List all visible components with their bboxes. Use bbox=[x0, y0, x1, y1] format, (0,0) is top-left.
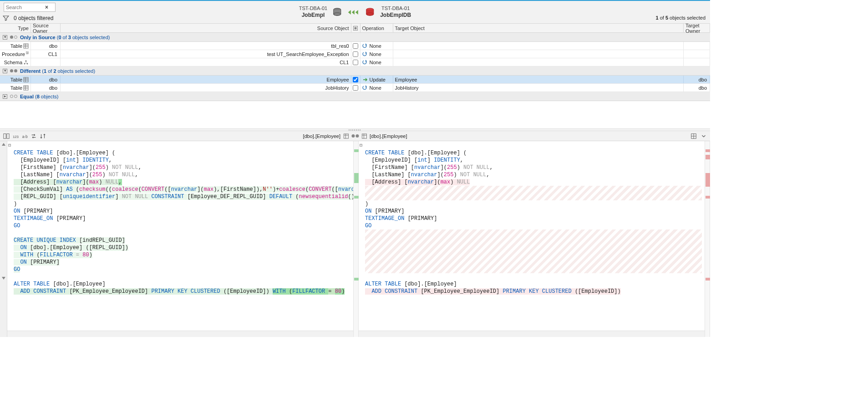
grid-view-icon[interactable] bbox=[690, 133, 697, 140]
whitespace-icon[interactable]: 123 bbox=[12, 133, 19, 140]
group-equal[interactable]: ▸ Equal (8 objects) bbox=[0, 92, 710, 101]
diff-mode-icon[interactable]: a·b bbox=[21, 133, 28, 140]
right-ddl-pane: ⊟CREATE TABLE [dbo].[Employee] ( [Employ… bbox=[359, 141, 705, 337]
cell-tobj bbox=[393, 50, 684, 58]
cell-tobj bbox=[393, 42, 684, 50]
toggle-panes-icon[interactable] bbox=[3, 133, 10, 140]
sync-direction-icon bbox=[347, 9, 360, 15]
cell-type: Schema bbox=[4, 60, 22, 65]
fold-icon[interactable]: ⊟ bbox=[8, 142, 11, 149]
skip-icon bbox=[362, 85, 368, 91]
target-database-icon bbox=[365, 7, 376, 18]
cell-op: Update bbox=[370, 77, 386, 82]
left-scrollbar[interactable] bbox=[7, 331, 353, 337]
left-ddl-code[interactable]: ⊟CREATE TABLE [dbo].[Employee] ( [Employ… bbox=[7, 141, 353, 331]
swap-icon[interactable] bbox=[30, 133, 37, 140]
table-row[interactable]: Table dbo JobHistory None JobHistory dbo bbox=[0, 84, 710, 92]
table-icon bbox=[23, 85, 29, 91]
row-checkbox[interactable] bbox=[353, 51, 358, 57]
svg-rect-25 bbox=[7, 133, 9, 138]
row-checkbox[interactable] bbox=[353, 60, 358, 65]
filter-bar: 0 objects filtered bbox=[3, 15, 53, 21]
diff-status-icon bbox=[351, 134, 359, 138]
cell-town: dbo bbox=[684, 76, 710, 83]
col-target-object[interactable]: Target Object bbox=[393, 24, 684, 32]
update-icon bbox=[362, 77, 368, 82]
target-connection: TST-DBA-01 JobEmplDB bbox=[380, 5, 411, 19]
svg-rect-16 bbox=[24, 77, 28, 82]
grid-header: Type Source Owner Source Object Operatio… bbox=[0, 24, 710, 33]
row-checkbox[interactable] bbox=[353, 77, 358, 82]
row-checkbox[interactable] bbox=[353, 43, 358, 49]
right-overview-ruler[interactable] bbox=[705, 141, 710, 337]
cell-sobj: CL1 bbox=[61, 58, 351, 66]
svg-text:a·b: a·b bbox=[22, 134, 28, 138]
cell-sobj: tbl_res0 bbox=[61, 42, 351, 50]
col-checkbox[interactable] bbox=[351, 24, 360, 32]
table-row[interactable]: Schema CL1 None bbox=[0, 58, 710, 66]
row-checkbox[interactable] bbox=[353, 85, 358, 91]
group-status-icon bbox=[10, 95, 17, 98]
rows-different: Table dbo Employee Update Employee dbo T… bbox=[0, 76, 710, 92]
left-object-label: [dbo].[Employee] bbox=[303, 133, 340, 139]
dropdown-icon[interactable] bbox=[700, 133, 707, 140]
source-database-icon bbox=[332, 7, 343, 18]
procedure-icon bbox=[26, 51, 29, 57]
table-row[interactable]: Table dbo Employee Update Employee dbo bbox=[0, 76, 710, 84]
svg-rect-20 bbox=[24, 86, 28, 90]
cell-type: Table bbox=[10, 85, 22, 91]
col-operation[interactable]: Operation bbox=[360, 24, 393, 32]
table-icon bbox=[343, 133, 349, 139]
cell-type: Table bbox=[10, 43, 22, 49]
group-label: Equal (8 objects) bbox=[20, 94, 58, 99]
right-scrollbar[interactable] bbox=[359, 331, 705, 337]
sort-icon[interactable] bbox=[39, 133, 46, 140]
svg-rect-12 bbox=[26, 53, 28, 53]
cell-op: None bbox=[370, 43, 381, 49]
col-type[interactable]: Type bbox=[0, 24, 31, 32]
table-icon bbox=[23, 43, 29, 49]
search-input[interactable] bbox=[6, 5, 45, 10]
col-source-owner[interactable]: Source Owner bbox=[31, 24, 61, 32]
collapse-toggle-icon[interactable]: ▾ bbox=[3, 69, 7, 73]
cell-type: Procedure bbox=[2, 51, 25, 57]
source-server: TST-DBA-01 bbox=[299, 5, 327, 12]
selection-summary: 1 of 5 objects selected bbox=[656, 15, 706, 20]
svg-rect-6 bbox=[24, 44, 28, 48]
col-source-object[interactable]: Source Object bbox=[61, 24, 351, 32]
fold-icon[interactable]: ⊟ bbox=[360, 142, 362, 149]
target-server: TST-DBA-01 bbox=[381, 5, 410, 12]
connection-header: TST-DBA-01 JobEmpl TST-DBA-01 JobEmplDB bbox=[299, 5, 411, 19]
collapse-toggle-icon[interactable]: ▸ bbox=[3, 94, 7, 99]
table-row[interactable]: Procedure CL1 test UT_SearchEmployee_Exc… bbox=[0, 50, 710, 58]
left-overview-ruler[interactable] bbox=[353, 141, 359, 337]
cell-tobj bbox=[393, 58, 684, 66]
col-target-owner[interactable]: Target Owner bbox=[684, 24, 710, 32]
cell-sobj: Employee bbox=[61, 76, 351, 83]
cell-town bbox=[684, 50, 710, 58]
svg-rect-10 bbox=[26, 51, 28, 54]
table-row[interactable]: Table dbo tbl_res0 None bbox=[0, 42, 710, 50]
cell-town bbox=[684, 42, 710, 50]
filter-icon[interactable] bbox=[3, 15, 9, 21]
source-connection: TST-DBA-01 JobEmpl bbox=[299, 5, 327, 19]
table-icon bbox=[23, 77, 29, 82]
right-ddl-code[interactable]: ⊟CREATE TABLE [dbo].[Employee] ( [Employ… bbox=[359, 141, 705, 331]
cell-sown: dbo bbox=[31, 84, 61, 92]
group-different[interactable]: ▾ Different (1 of 2 objects selected) bbox=[0, 66, 710, 76]
cell-op: None bbox=[370, 51, 381, 57]
collapse-toggle-icon[interactable]: ▾ bbox=[3, 35, 7, 40]
search-clear-icon[interactable]: × bbox=[45, 4, 48, 10]
filter-count: 0 objects filtered bbox=[14, 15, 53, 21]
cell-sobj: JobHistory bbox=[61, 84, 351, 92]
group-label: Only in Source (0 of 3 objects selected) bbox=[20, 35, 110, 40]
group-only-in-source[interactable]: ▾ Only in Source (0 of 3 objects selecte… bbox=[0, 33, 710, 42]
cell-town: dbo bbox=[684, 84, 710, 92]
target-database: JobEmplDB bbox=[380, 12, 411, 19]
next-diff-icon[interactable] bbox=[1, 275, 6, 280]
cell-town bbox=[684, 58, 710, 66]
search-box[interactable]: × bbox=[4, 3, 56, 12]
prev-diff-icon[interactable] bbox=[1, 142, 6, 148]
skip-icon bbox=[362, 60, 368, 65]
header-band: × 0 objects filtered TST-DBA-01 JobEmpl bbox=[0, 1, 710, 24]
